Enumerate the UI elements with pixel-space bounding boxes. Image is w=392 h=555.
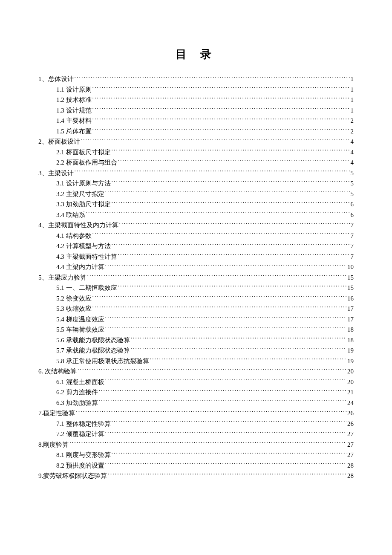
toc-leader-dots [105,263,347,269]
toc-label: 5、主梁应力验算 [38,272,86,283]
toc-leader-dots [150,357,347,363]
toc-leader-dots [99,399,347,405]
toc-leader-dots [131,336,347,342]
toc-entry[interactable]: 7.稳定性验算26 [38,408,354,419]
toc-leader-dots [108,471,346,478]
toc-label: 5.5 车辆荷载效应 [56,324,104,335]
toc-label: 4.3 主梁截面特性计算 [56,251,117,262]
toc-entry[interactable]: 6.3 加劲肋验算24 [38,398,354,408]
toc-page-number: 7 [351,251,354,262]
toc-entry[interactable]: 2.2 桥面板作用与组合4 [38,157,354,168]
toc-page-number: 2 [351,116,354,126]
toc-entry[interactable]: 6.1 混凝土桥面板20 [38,377,354,387]
toc-leader-dots [112,451,347,457]
toc-entry[interactable]: 6. 次结构验算20 [38,366,354,377]
toc-label: 1.1 设计原则 [56,84,92,95]
toc-page-number: 2 [351,126,354,137]
toc-leader-dots [105,315,347,321]
toc-entry[interactable]: 7.2 倾覆稳定计算27 [38,429,354,439]
toc-entry[interactable]: 9.疲劳破坏极限状态验算28 [38,471,354,481]
toc-entry[interactable]: 8.1 刚度与变形验算27 [38,450,354,460]
toc-entry[interactable]: 5.3 收缩效应17 [38,304,354,314]
toc-entry[interactable]: 5.2 徐变效应16 [38,293,354,304]
toc-label: 7.1 整体稳定性验算 [56,419,111,429]
toc-leader-dots [92,116,350,123]
toc-entry[interactable]: 5.8 承正常使用极限状态抗裂验算19 [38,356,354,367]
toc-page-number: 4 [351,157,354,168]
toc-entry[interactable]: 1.2 技术标准1 [38,95,354,105]
toc-label: 4、主梁截面特性及内力计算 [38,220,118,231]
toc-page-number: 15 [347,283,354,293]
toc-leader-dots [131,346,347,353]
toc-entry[interactable]: 2.1 桥面板尺寸拟定4 [38,147,354,158]
toc-leader-dots [105,378,347,384]
toc-label: 5.4 梯度温度效应 [56,314,104,325]
toc-entry[interactable]: 3、主梁设计5 [38,168,354,179]
toc-label: 5.2 徐变效应 [56,293,92,304]
toc-label: 4.4 主梁内力计算 [56,262,104,272]
toc-entry[interactable]: 1.3 设计规范1 [38,105,354,116]
toc-entry[interactable]: 6.2 剪力连接件21 [38,387,354,398]
toc-leader-dots [92,231,350,238]
toc-entry[interactable]: 3.3 加劲肋尺寸拟定6 [38,199,354,210]
toc-label: 6.2 剪力连接件 [56,387,98,398]
toc-label: 8.1 刚度与变形验算 [56,450,111,460]
toc-entry[interactable]: 2、桥面板设计4 [38,136,354,147]
toc-label: 2、桥面板设计 [38,136,80,147]
toc-entry[interactable]: 1、总体设计1 [38,74,354,84]
toc-leader-dots [112,148,350,154]
table-of-contents: 1、总体设计11.1 设计原则11.2 技术标准11.3 设计规范11.4 主要… [38,74,354,481]
toc-leader-dots [112,419,347,426]
toc-label: 7.2 倾覆稳定计算 [56,429,104,439]
toc-entry[interactable]: 1.5 总体布置2 [38,126,354,137]
toc-entry[interactable]: 3.2 主梁尺寸拟定5 [38,189,354,199]
toc-label: 5.1 一、二期恒载效应 [56,283,117,293]
toc-entry[interactable]: 8.2 预拱度的设置28 [38,460,354,471]
toc-page-number: 1 [351,105,354,116]
toc-leader-dots [118,158,350,165]
toc-page-number: 20 [347,366,354,377]
toc-leader-dots [81,137,350,144]
toc-entry[interactable]: 3.4 联结系6 [38,210,354,220]
toc-page-number: 26 [347,419,354,429]
toc-entry[interactable]: 4.1 结构参数7 [38,231,354,241]
toc-page-number: 26 [347,408,354,419]
toc-leader-dots [92,85,350,92]
toc-label: 5.3 收缩效应 [56,304,92,314]
toc-page-number: 1 [351,84,354,95]
toc-entry[interactable]: 5、主梁应力验算15 [38,272,354,283]
toc-page-number: 5 [351,168,354,179]
toc-page-number: 7 [351,241,354,251]
toc-entry[interactable]: 4、主梁截面特性及内力计算7 [38,220,354,231]
toc-label: 8.2 预拱度的设置 [56,460,104,471]
toc-leader-dots [75,75,350,81]
toc-entry[interactable]: 8.刚度验算27 [38,439,354,450]
toc-leader-dots [92,95,350,102]
toc-entry[interactable]: 5.4 梯度温度效应17 [38,314,354,325]
toc-page-number: 21 [347,387,354,398]
toc-label: 5.6 承载能力极限状态验算 [56,335,130,346]
toc-entry[interactable]: 5.1 一、二期恒载效应15 [38,283,354,293]
toc-page-number: 19 [347,345,354,356]
toc-entry[interactable]: 5.6 承载能力极限状态验算18 [38,335,354,346]
toc-page-number: 5 [351,178,354,189]
toc-entry[interactable]: 7.1 整体稳定性验算26 [38,419,354,429]
toc-entry[interactable]: 1.4 主要材料2 [38,116,354,126]
toc-entry[interactable]: 5.5 车辆荷载效应18 [38,324,354,335]
toc-leader-dots [105,190,350,196]
toc-entry[interactable]: 4.4 主梁内力计算10 [38,262,354,272]
toc-leader-dots [86,211,350,217]
toc-page-number: 18 [347,335,354,346]
toc-entry[interactable]: 1.1 设计原则1 [38,84,354,95]
toc-label: 4.1 结构参数 [56,231,92,241]
toc-entry[interactable]: 5.7 承载能力极限状态验算19 [38,345,354,356]
toc-label: 3.1 设计原则与方法 [56,178,111,189]
toc-page-number: 6 [351,199,354,210]
toc-label: 3、主梁设计 [38,168,74,179]
toc-leader-dots [99,388,347,394]
toc-entry[interactable]: 4.2 计算模型与方法7 [38,241,354,251]
toc-page-number: 1 [351,74,354,84]
toc-entry[interactable]: 4.3 主梁截面特性计算7 [38,251,354,262]
toc-page-number: 20 [347,377,354,387]
toc-entry[interactable]: 3.1 设计原则与方法5 [38,178,354,189]
